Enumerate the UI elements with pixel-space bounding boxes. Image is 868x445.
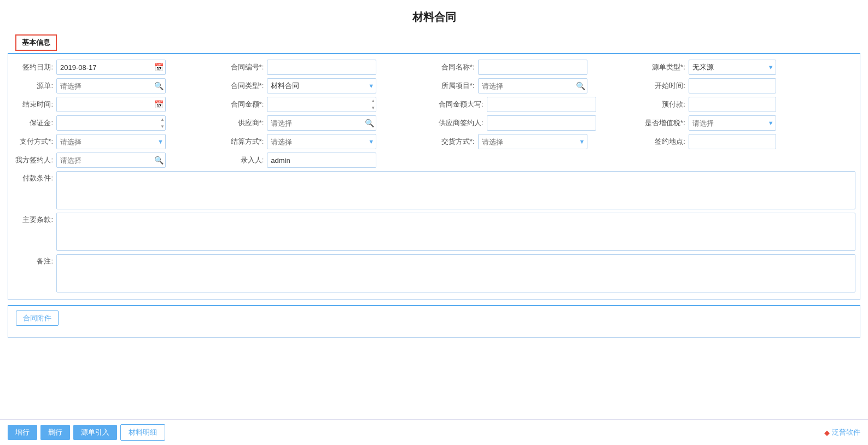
supplier-signer-input[interactable] (487, 115, 596, 131)
amount-capital-label: 合同金额大写: (434, 99, 487, 109)
prepay-input[interactable] (689, 97, 776, 112)
form-row-5: 支付方式*: ▼ 结算方式*: ▼ 交货方式*: (8, 134, 860, 149)
cell-amount: 合同金额*: ▲ ▼ (223, 97, 434, 112)
form-row-1: 签约日期: 📅 合同编号*: 合同名称*: 源单类型*: (8, 60, 860, 75)
project-input[interactable] (478, 78, 587, 93)
delivery-method-label: 交货方式*: (434, 137, 478, 147)
sign-location-input[interactable] (689, 134, 776, 149)
amount-spin[interactable]: ▲ ▼ (371, 97, 375, 112)
cell-settle-method: 结算方式*: ▼ (223, 134, 434, 149)
start-time-label: 开始时间: (645, 81, 689, 91)
deposit-input[interactable] (56, 115, 166, 131)
material-detail-tab[interactable]: 材料明细 (120, 424, 165, 441)
pay-terms-label: 付款条件: (13, 171, 56, 183)
cell-sign-location: 签约地点: (645, 134, 855, 149)
contract-type-input[interactable] (267, 78, 376, 93)
deposit-spin[interactable]: ▲ ▼ (160, 116, 165, 130)
end-time-label: 结束时间: (13, 99, 56, 109)
settle-method-input[interactable] (267, 134, 376, 149)
my-signer-input[interactable] (56, 153, 166, 168)
supplier-input[interactable] (267, 115, 376, 131)
project-label: 所属项目*: (434, 81, 478, 91)
attachment-section: 合同附件 (8, 305, 860, 338)
page-title: 材料合同 (0, 0, 868, 30)
cell-contract-name: 合同名称*: (434, 60, 645, 75)
start-time-input[interactable] (689, 78, 776, 93)
cell-contract-type: 合同类型*: ▼ (223, 78, 434, 93)
search-icon[interactable]: 🔍 (154, 81, 164, 90)
add-row-button[interactable]: 增行 (8, 425, 37, 440)
cell-tax: 是否增值税*: ▼ (645, 115, 855, 131)
pay-method-label: 支付方式*: (13, 137, 56, 147)
attachment-button[interactable]: 合同附件 (16, 311, 59, 326)
cell-source-no: 源单: 🔍 (13, 78, 223, 93)
tax-input[interactable] (689, 115, 776, 131)
import-source-button[interactable]: 源单引入 (73, 425, 117, 440)
my-signer-label: 我方签约人: (13, 155, 56, 165)
form-row-2: 源单: 🔍 合同类型*: ▼ 所属项目*: (8, 78, 860, 93)
cell-sign-date: 签约日期: 📅 (13, 60, 223, 75)
pay-terms-textarea[interactable] (56, 171, 855, 209)
brand-logo: ◆ 泛普软件 (824, 428, 860, 437)
cell-contract-no: 合同编号*: (223, 60, 434, 75)
cell-amount-capital: 合同金额大写: (434, 97, 645, 112)
deposit-label: 保证金: (13, 118, 56, 128)
cell-pay-method: 支付方式*: ▼ (13, 134, 223, 149)
supplier-label: 供应商*: (223, 118, 267, 128)
amount-input[interactable] (267, 97, 376, 112)
supplier-search-icon[interactable]: 🔍 (365, 119, 374, 127)
section-basic-header: 基本信息 (15, 34, 57, 51)
remark-textarea[interactable] (56, 254, 855, 292)
main-terms-label: 主要条款: (13, 213, 56, 225)
cell-project: 所属项目*: 🔍 (434, 78, 645, 93)
my-signer-search-icon[interactable]: 🔍 (154, 156, 164, 165)
delivery-method-input[interactable] (478, 134, 587, 149)
sign-location-label: 签约地点: (645, 137, 689, 147)
entry-person-input[interactable] (267, 153, 376, 168)
bottom-toolbar: 增行 删行 源单引入 材料明细 ◆ 泛普软件 (0, 419, 868, 445)
cell-prepay: 预付款: (645, 97, 855, 112)
prepay-label: 预付款: (645, 99, 689, 109)
contract-no-input[interactable] (267, 60, 376, 75)
delete-row-button[interactable]: 删行 (40, 425, 70, 440)
amount-spin-up[interactable]: ▲ (371, 97, 375, 104)
form-row-remark: 备注: (8, 254, 860, 292)
cell-deposit: 保证金: ▲ ▼ (13, 115, 223, 131)
sign-date-label: 签约日期: (13, 62, 56, 72)
form-row-4: 保证金: ▲ ▼ 供应商*: 🔍 (8, 115, 860, 131)
contract-name-input[interactable] (478, 60, 587, 75)
cell-entry-person: 录入人: (223, 153, 434, 168)
brand-diamond-icon: ◆ (824, 429, 830, 437)
pay-method-input[interactable] (56, 134, 166, 149)
contract-name-label: 合同名称*: (434, 62, 478, 72)
amount-capital-input[interactable] (487, 97, 596, 112)
source-no-input[interactable] (56, 78, 166, 93)
deposit-spin-up[interactable]: ▲ (160, 116, 165, 123)
amount-spin-down[interactable]: ▼ (371, 104, 375, 112)
calendar-icon[interactable]: 📅 (154, 63, 164, 72)
end-calendar-icon[interactable]: 📅 (154, 100, 164, 109)
form-row-main-terms: 主要条款: (8, 213, 860, 251)
cell-delivery-method: 交货方式*: ▼ (434, 134, 645, 149)
main-terms-textarea[interactable] (56, 213, 855, 251)
supplier-signer-label: 供应商签约人: (434, 118, 487, 128)
source-type-input[interactable] (689, 60, 776, 75)
contract-no-label: 合同编号*: (223, 62, 267, 72)
form-row-6: 我方签约人: 🔍 录入人: (8, 153, 860, 168)
project-search-icon[interactable]: 🔍 (576, 81, 585, 90)
form-row-3: 结束时间: 📅 合同金额*: ▲ ▼ (8, 97, 860, 112)
remark-label: 备注: (13, 254, 56, 266)
sign-date-input[interactable] (56, 60, 166, 75)
tax-label: 是否增值税*: (645, 118, 689, 128)
settle-method-label: 结算方式*: (223, 137, 267, 147)
cell-supplier-signer: 供应商签约人: (434, 115, 645, 131)
brand-name: 泛普软件 (832, 428, 860, 437)
cell-supplier: 供应商*: 🔍 (223, 115, 434, 131)
cell-end-time: 结束时间: 📅 (13, 97, 223, 112)
cell-my-signer: 我方签约人: 🔍 (13, 153, 223, 168)
deposit-spin-down[interactable]: ▼ (160, 123, 165, 130)
source-type-label: 源单类型*: (645, 62, 689, 72)
end-time-input[interactable] (56, 97, 166, 112)
source-no-label: 源单: (13, 81, 56, 91)
basic-info-section: 签约日期: 📅 合同编号*: 合同名称*: 源单类型*: (8, 53, 860, 300)
